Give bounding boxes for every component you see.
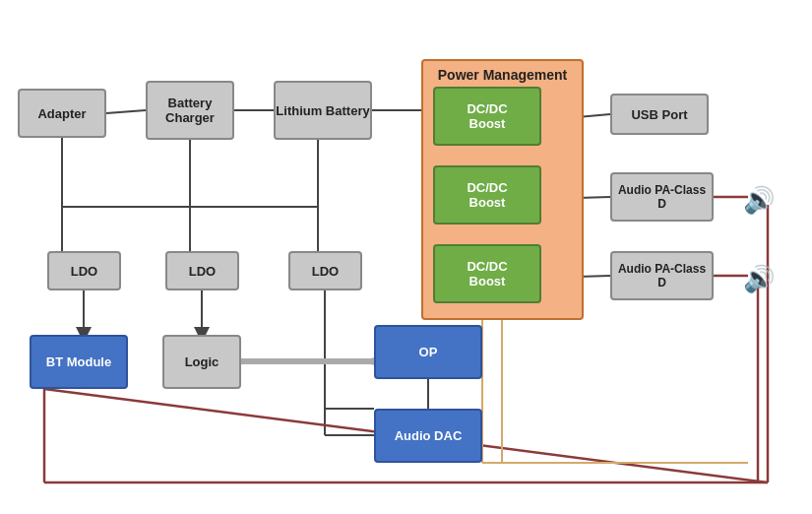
- pm-title: Power Management: [423, 67, 582, 83]
- battery-charger-block: Battery Charger: [146, 81, 234, 140]
- lithium-battery-block: Lithium Battery: [274, 81, 372, 140]
- audio-pa2-block: Audio PA-Class D: [610, 251, 714, 300]
- ldo1-block: LDO: [47, 251, 121, 290]
- speaker2-icon: 🔊: [743, 264, 775, 294]
- bt-module-block: BT Module: [30, 335, 128, 389]
- dc-boost1-block: DC/DC Boost: [433, 87, 541, 146]
- svg-line-0: [106, 110, 146, 113]
- speaker1-icon: 🔊: [743, 185, 775, 216]
- usb-port-block: USB Port: [610, 94, 709, 135]
- diagram: Power Management Adapter Battery Charger…: [0, 0, 812, 514]
- adapter-block: Adapter: [18, 89, 106, 138]
- logic-block: Logic: [162, 335, 241, 389]
- ldo2-block: LDO: [165, 251, 239, 290]
- op-block: OP: [374, 325, 482, 379]
- svg-marker-12: [362, 357, 374, 365]
- audio-dac-block: Audio DAC: [374, 409, 482, 463]
- audio-pa1-block: Audio PA-Class D: [610, 172, 714, 222]
- dc-boost2-block: DC/DC Boost: [433, 165, 541, 225]
- ldo3-block: LDO: [288, 251, 362, 290]
- dc-boost3-block: DC/DC Boost: [433, 244, 541, 303]
